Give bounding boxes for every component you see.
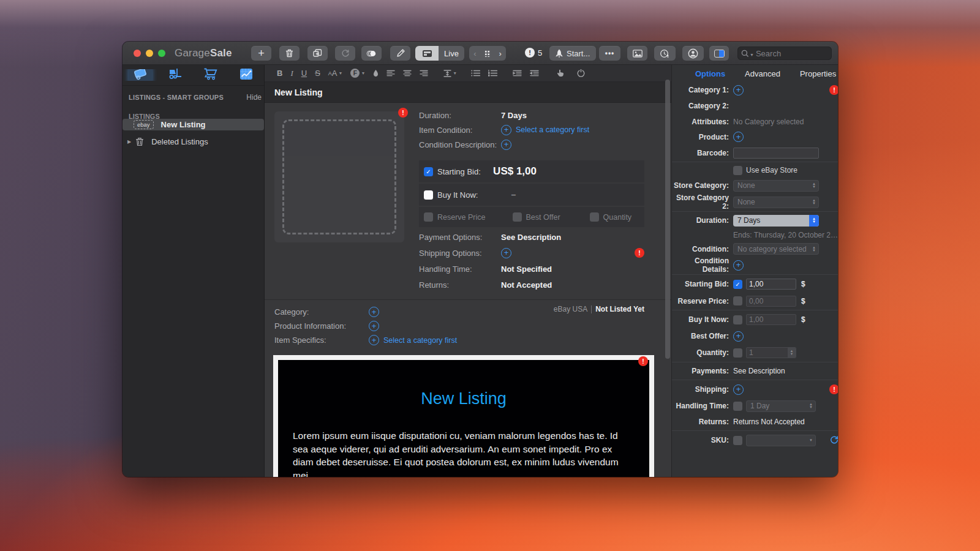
buy-it-now-checkbox[interactable] [424, 190, 433, 200]
select-category-link[interactable]: Select a category first [383, 336, 457, 345]
editor-view-segment[interactable] [415, 46, 439, 61]
hide-button[interactable]: Hide [246, 93, 262, 102]
revert-button[interactable] [335, 46, 355, 61]
titlebar[interactable]: GarageSale + [123, 42, 838, 65]
add-shipping-icon[interactable] [501, 248, 511, 258]
vertical-scrollbar[interactable] [665, 80, 670, 359]
indent-increase-button[interactable] [513, 70, 522, 77]
chart-icon [239, 68, 253, 80]
tab-advanced[interactable]: Advanced [745, 69, 780, 78]
section-divider [265, 299, 671, 300]
ends-row: Ends: Thursday, 20 October 2… [672, 228, 838, 241]
disclosure-triangle-icon[interactable]: ▶ [127, 139, 131, 144]
add-category1-icon[interactable] [733, 85, 744, 96]
previous-icon[interactable]: ‹ [469, 49, 481, 58]
toggle-inspector-button[interactable] [709, 46, 729, 61]
edit-button[interactable] [390, 46, 410, 61]
duplicate-button[interactable] [307, 46, 328, 61]
starting-bid-checkbox[interactable] [424, 167, 433, 176]
add-item-specifics-icon[interactable] [369, 335, 379, 345]
add-condition-description-icon[interactable] [501, 140, 511, 150]
inspector-divider [672, 310, 838, 310]
indent-decrease-button[interactable] [530, 70, 539, 77]
tab-options[interactable]: Options [695, 69, 725, 78]
best-offer-checkbox[interactable] [513, 212, 522, 222]
search-scope-chevron-icon[interactable]: ▼ [750, 53, 754, 57]
add-shipping-icon[interactable] [733, 384, 744, 395]
view-mode-segmented-control[interactable]: Live [415, 46, 464, 61]
bullet-list-button[interactable] [471, 70, 480, 77]
add-product-information-icon[interactable] [369, 321, 379, 331]
align-center-button[interactable] [403, 70, 412, 77]
sidebar-tab-orders[interactable] [194, 66, 229, 84]
sidebar-item-new-listing[interactable]: ebay New Listing [123, 119, 264, 130]
text-color-button[interactable] [373, 69, 379, 77]
add-item-condition-icon[interactable] [501, 125, 511, 135]
underline-button[interactable]: U [301, 69, 307, 78]
sidebar-item-deleted-listings[interactable]: ▶ Deleted Listings [123, 134, 264, 149]
more-actions-button[interactable]: ••• [599, 46, 620, 61]
font-button[interactable]: F▼ [350, 69, 365, 78]
description-preview[interactable]: New Listing Lorem ipsum eum iisque dispu… [273, 355, 654, 477]
add-category-icon[interactable] [369, 307, 379, 317]
align-left-button[interactable] [386, 70, 395, 77]
add-condition-details-icon[interactable] [733, 260, 744, 271]
starting-bid-checkbox[interactable] [733, 280, 742, 289]
tab-properties[interactable]: Properties [800, 69, 836, 78]
grid-view-icon[interactable] [484, 50, 491, 57]
use-ebay-store-checkbox[interactable] [733, 166, 742, 175]
handling-time-checkbox[interactable] [733, 402, 742, 411]
reserve-price-input[interactable] [746, 296, 796, 307]
reserve-price-checkbox[interactable] [424, 212, 433, 222]
search-field[interactable]: ▼ [737, 47, 832, 60]
next-icon[interactable]: › [494, 49, 506, 58]
problems-indicator[interactable]: ! 5 [525, 48, 542, 58]
sidebar-tab-statistics[interactable] [228, 66, 264, 84]
quantity-checkbox[interactable] [590, 212, 599, 222]
barcode-input[interactable] [733, 148, 819, 159]
generate-sku-icon[interactable] [829, 435, 838, 445]
reserve-price-checkbox[interactable] [733, 296, 742, 305]
account-button[interactable] [682, 46, 704, 61]
buy-it-now-input[interactable] [746, 314, 796, 325]
select-category-link[interactable]: Select a category first [516, 126, 589, 134]
duration-select[interactable]: 7 Days▲▼ [733, 215, 819, 227]
strikethrough-button[interactable]: S [315, 69, 320, 78]
preview-navigation-group[interactable]: ‹ › [469, 46, 506, 61]
start-listing-button[interactable]: Start... [549, 46, 596, 61]
inspector-divider [672, 380, 838, 380]
search-input[interactable] [756, 49, 828, 58]
live-view-segment[interactable]: Live [439, 46, 464, 61]
stepper-icon: ▲▼ [809, 215, 819, 227]
sidebar-tab-listings[interactable] [123, 69, 158, 81]
add-best-offer-icon[interactable] [733, 331, 744, 342]
numbered-list-button[interactable] [488, 70, 497, 77]
sku-checkbox[interactable] [733, 436, 742, 445]
orbit-mode-button[interactable] [361, 46, 382, 61]
align-right-button[interactable] [420, 70, 428, 77]
currency-label: $ [801, 280, 805, 288]
close-window-button[interactable] [134, 50, 141, 57]
quantity-checkbox[interactable] [733, 348, 742, 358]
quantity-stepper[interactable]: ▲▼ [746, 347, 796, 358]
text-size-button[interactable]: AA▼ [328, 69, 343, 78]
new-listing-button[interactable]: + [251, 46, 271, 61]
zoom-window-button[interactable] [158, 50, 165, 57]
shipping-row: Shipping: [672, 381, 838, 398]
image-placeholder[interactable] [274, 111, 404, 242]
delete-button[interactable] [279, 46, 300, 61]
minimize-window-button[interactable] [146, 50, 153, 57]
validate-button[interactable] [577, 69, 585, 77]
scheduler-button[interactable] [654, 46, 676, 61]
buy-it-now-checkbox[interactable] [733, 315, 742, 324]
exclamation-circle-icon: ! [525, 48, 535, 58]
italic-button[interactable]: I [290, 69, 293, 78]
starting-bid-input[interactable] [746, 279, 796, 290]
line-spacing-button[interactable]: ▼ [443, 70, 457, 77]
payments-value: See Description [733, 367, 785, 375]
add-product-icon[interactable] [733, 132, 744, 142]
insert-link-button[interactable] [557, 69, 564, 77]
media-browser-button[interactable] [627, 46, 647, 61]
sidebar-tab-inventory[interactable] [158, 66, 194, 84]
bold-button[interactable]: B [277, 69, 282, 78]
